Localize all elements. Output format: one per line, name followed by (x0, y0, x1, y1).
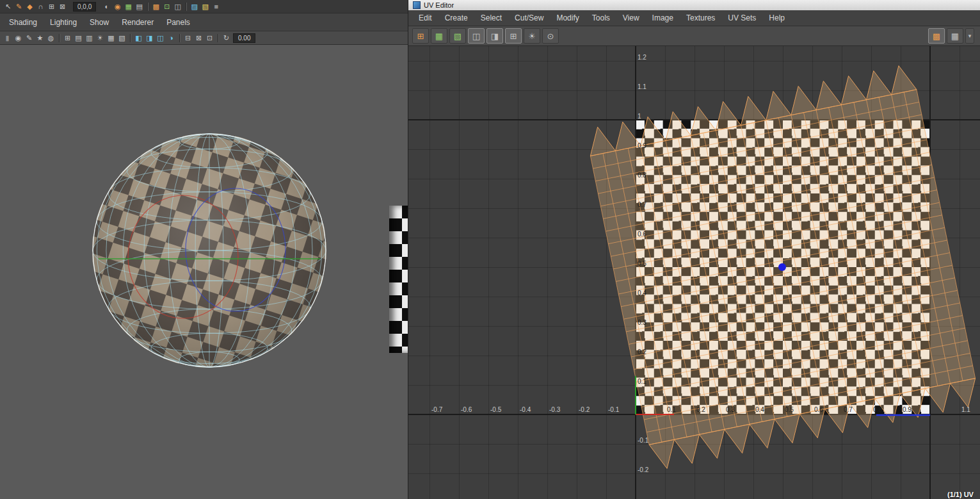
ipr-render-icon[interactable]: ▦ (123, 1, 134, 12)
textured-mode-icon[interactable]: ▥ (84, 33, 95, 43)
separator (179, 34, 180, 42)
uv-grid-tiles-icon[interactable]: ⊞ (412, 28, 429, 44)
v-axis-label: 1 (638, 113, 641, 120)
xray-toggle-icon[interactable]: ◫ (155, 33, 166, 43)
symmetry-toggle-icon[interactable]: ◫ (172, 1, 183, 12)
uv-toolbar-icons-left: ⊞▦▧◫◨⊞☀⊙ (412, 28, 561, 44)
v-axis-label: 0.3 (638, 319, 647, 326)
render-view-icon[interactable]: ◉ (112, 1, 123, 12)
uv-menu-textures[interactable]: Textures (680, 13, 721, 22)
shader-ball-icon[interactable]: ☀ (524, 28, 540, 44)
uv-canvas[interactable]: 1.21.110.90.80.70.60.50.40.30.20.1-0.1-0… (408, 46, 980, 499)
uv-shell-layer (408, 46, 980, 499)
history-toggle-icon[interactable]: ◐ (101, 1, 112, 12)
u-axis-label: -0.5 (490, 406, 501, 413)
v-axis-label: 0.8 (638, 172, 647, 179)
uv-menu-cut-sew[interactable]: Cut/Sew (508, 13, 550, 22)
uv-menu-modify[interactable]: Modify (550, 13, 585, 22)
v-axis-label: 0.4 (638, 290, 647, 297)
u-axis-label: 0.6 (814, 406, 823, 413)
panel-menu-shading[interactable]: Shading (3, 18, 44, 27)
snap-grid-icon[interactable]: ⊞ (46, 1, 57, 12)
resolution-gate-icon[interactable]: ⊟ (182, 33, 193, 43)
shadows-toggle-icon[interactable]: ▦ (106, 33, 116, 43)
point-snap-icon[interactable]: ⊡ (161, 1, 172, 12)
checker-map-toggle-icon[interactable]: ▩ (928, 28, 945, 44)
uv-menu-help[interactable]: Help (762, 13, 791, 22)
separator (130, 34, 131, 42)
textured-display-icon[interactable]: ◧ (133, 33, 144, 43)
surface-tool-icon[interactable]: ◆ (24, 1, 35, 12)
u-axis-label: 0.4 (755, 406, 764, 413)
v-axis-label: -0.1 (638, 437, 648, 444)
bookmark-view-icon[interactable]: ★ (35, 33, 45, 43)
uv-editor-titlebar[interactable]: UV Editor (408, 0, 980, 10)
u-axis-label: -0.7 (431, 406, 442, 413)
object-mode-icon[interactable]: ■ (211, 1, 221, 12)
separator (218, 34, 218, 42)
uv-menu-create[interactable]: Create (438, 13, 474, 22)
select-tool-icon[interactable]: ↖ (3, 1, 13, 12)
checkered-object-fragment[interactable] (389, 206, 408, 353)
isolate-select-icon[interactable]: ◑ (166, 33, 177, 43)
field-chart-icon[interactable]: ⊡ (204, 33, 215, 43)
gate-mask-icon[interactable]: ⊠ (193, 33, 204, 43)
pattern-dropdown-arrow[interactable]: ▾ (965, 28, 974, 44)
uv-toolbar-icons-right: ▩▦▾ (928, 28, 976, 44)
render-settings-icon[interactable]: ▤ (134, 1, 145, 12)
display-image-icon[interactable]: ◫ (468, 28, 485, 44)
camera-attributes-icon[interactable]: ✎ (24, 33, 35, 43)
camera-viewport[interactable] (0, 45, 408, 499)
uv-snapshot-icon[interactable]: ⊙ (542, 28, 559, 44)
uv-overlay-icon[interactable]: ◨ (144, 33, 155, 43)
highlight-selection-icon[interactable]: ▨ (189, 1, 200, 12)
v-axis-label: 0.1 (638, 378, 647, 385)
wireframe-mode-icon[interactable]: ⊞ (62, 33, 73, 43)
viewport-panel-toolbar: ▮◉✎★◍⊞▤▥☀▦▧◧◨◫◑⊟⊠⊡↻ 0.00 (0, 31, 408, 45)
uv-editor-title: UV Editor (424, 1, 454, 9)
shaded-mode-icon[interactable]: ▤ (73, 33, 84, 43)
u-axis-label: 0.9 (903, 406, 912, 413)
sphere-wireframe (92, 133, 326, 368)
uv-menu-image[interactable]: Image (646, 13, 680, 22)
v-axis-label: -0.2 (638, 466, 648, 473)
uv-menu-tools[interactable]: Tools (586, 13, 616, 22)
uv-menu-view[interactable]: View (616, 13, 646, 22)
panel-menu-lighting[interactable]: Lighting (44, 18, 83, 27)
selected-uv-point[interactable] (778, 263, 786, 271)
uv-distortion-icon[interactable]: ▦ (431, 28, 447, 44)
panel-menu-renderer[interactable]: Renderer (115, 18, 160, 27)
exposure-field[interactable]: 0.00 (233, 33, 255, 43)
v-axis-label: 0.5 (638, 260, 647, 267)
v-axis-label: 1.1 (638, 83, 647, 90)
coordinates-field[interactable]: 0,0,0 (73, 2, 96, 12)
sphere-object[interactable] (92, 133, 326, 368)
u-axis-label: 0.5 (785, 406, 794, 413)
pin-panel-icon[interactable]: ▮ (2, 33, 13, 43)
uv-menu-edit[interactable]: Edit (412, 13, 438, 22)
u-axis-label: -0.1 (608, 406, 619, 413)
u-axis-label: 0.3 (726, 406, 735, 413)
uv-menu-uv-sets[interactable]: UV Sets (721, 13, 762, 22)
grid-snap-icon[interactable]: ▩ (150, 1, 161, 12)
uv-shade-shells-icon[interactable]: ▧ (449, 28, 466, 44)
panel-menu-panels[interactable]: Panels (160, 18, 197, 27)
separator (186, 3, 186, 11)
ao-toggle-icon[interactable]: ▧ (116, 33, 127, 43)
lights-toggle-icon[interactable]: ☀ (95, 33, 106, 43)
snap-projection-icon[interactable]: ⊠ (57, 1, 68, 12)
dim-image-icon[interactable]: ◨ (486, 28, 503, 44)
uv-menu-select[interactable]: Select (474, 13, 508, 22)
u-axis-label: 0.2 (696, 406, 705, 413)
image-plane-icon[interactable]: ◍ (45, 33, 56, 43)
wireframe-color-icon[interactable]: ▧ (200, 1, 211, 12)
panel-menu-show[interactable]: Show (83, 18, 115, 27)
pixel-grid-icon[interactable]: ⊞ (505, 28, 522, 44)
curve-tool-icon[interactable]: ✎ (13, 1, 24, 12)
pattern-selector-icon[interactable]: ▦ (947, 28, 963, 44)
refresh-icon[interactable]: ↻ (221, 33, 232, 43)
snap-magnet-icon[interactable]: ∩ (35, 1, 46, 12)
u-axis-label: -0.4 (520, 406, 531, 413)
camera-select-icon[interactable]: ◉ (13, 33, 24, 43)
v-axis-label: 0.9 (638, 142, 647, 149)
